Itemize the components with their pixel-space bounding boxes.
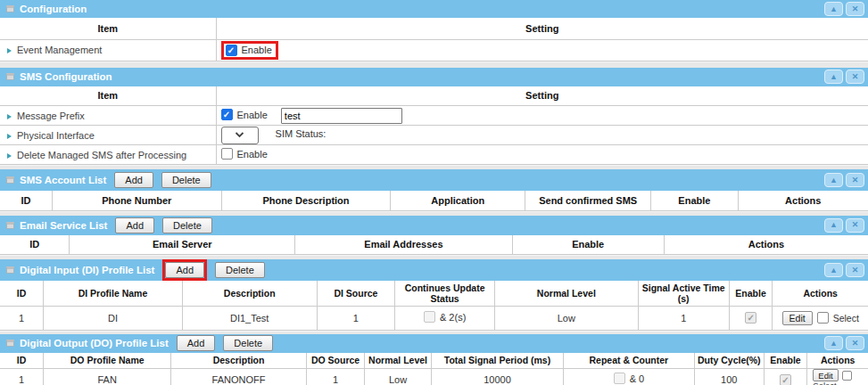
enable-label: Enable [237, 110, 268, 120]
di-profile-row: 1 DI DI1_Test 1 & 2(s) Low 1 Edit Select [0, 306, 868, 330]
sms-configuration-section-header: SMS Configuration ▲ ✕ [0, 68, 868, 86]
event-management-label: Event Management [17, 45, 102, 55]
do-actions-cell: Edit Select [807, 369, 868, 385]
select-checkbox[interactable] [842, 371, 852, 381]
section-title: SMS Configuration [20, 71, 112, 82]
column-header: Send confirmed SMS [525, 191, 651, 210]
close-icon[interactable]: ✕ [846, 70, 864, 84]
physical-interface-row: Physical Interface SIM Status: [0, 126, 868, 145]
di-enable-cell [729, 306, 773, 330]
add-button[interactable]: Add [177, 335, 216, 351]
delete-button[interactable]: Delete [223, 335, 273, 351]
item-arrow-icon [7, 153, 12, 159]
column-header: Continues Update Status [395, 281, 495, 306]
di-id-cell: 1 [0, 306, 44, 330]
delete-managed-sms-row: Delete Managed SMS after Processing Enab… [0, 145, 868, 165]
section-title: Digital Input (DI) Profile List [20, 265, 154, 275]
column-header: DI Profile Name [44, 281, 183, 306]
column-header: Signal Active Time (s) [638, 281, 729, 306]
do-id-cell: 1 [0, 369, 44, 385]
message-prefix-input[interactable] [281, 108, 402, 124]
di-signal-active-time-cell: 1 [638, 306, 729, 330]
highlight-box: Add [162, 259, 207, 281]
add-button[interactable]: Add [115, 217, 154, 233]
column-header: Normal Level [495, 281, 639, 306]
di-description-cell: DI1_Test [182, 306, 317, 330]
do-enable-cell [764, 369, 807, 385]
di-source-cell: 1 [317, 306, 395, 330]
section-title: SMS Account List [20, 175, 106, 185]
do-description-cell: FANONOFF [171, 369, 307, 385]
window-icon [6, 5, 14, 12]
event-management-row: Event Management Enable [0, 39, 868, 61]
column-header: Description [171, 353, 307, 369]
close-icon[interactable]: ✕ [846, 263, 864, 277]
event-management-enable-checkbox[interactable] [226, 45, 237, 56]
add-button[interactable]: Add [165, 262, 204, 278]
sms-account-list-section-header: SMS Account List Add Delete ▲ ✕ [0, 169, 868, 191]
highlight-box: Enable [221, 41, 278, 60]
column-header: Enable [512, 235, 664, 255]
delete-managed-sms-label: Delete Managed SMS after Processing [17, 150, 186, 160]
collapse-icon[interactable]: ▲ [824, 263, 843, 277]
column-header: Duty Cycle(%) [694, 353, 764, 369]
physical-interface-setting-cell: SIM Status: [216, 126, 868, 145]
close-icon[interactable]: ✕ [846, 336, 864, 350]
message-prefix-row: Message Prefix Enable [0, 106, 868, 126]
sim-status-label: SIM Status: [276, 128, 327, 139]
column-header: ID [0, 281, 44, 306]
email-service-list-table: ID Email Server Email Addresses Enable A… [0, 235, 868, 256]
section-gap [0, 61, 868, 68]
column-header: Actions [738, 191, 868, 210]
column-header: Enable [651, 191, 738, 210]
edit-button[interactable]: Edit [782, 311, 813, 325]
select-label: Select [813, 381, 836, 385]
physical-interface-select[interactable] [221, 127, 259, 144]
column-header: Application [391, 191, 525, 210]
delete-managed-sms-enable-checkbox[interactable] [221, 148, 233, 160]
column-header: ID [0, 353, 44, 369]
select-checkbox[interactable] [817, 312, 829, 324]
item-column-header: Item [0, 18, 216, 39]
delete-button[interactable]: Delete [215, 262, 265, 278]
collapse-icon[interactable]: ▲ [824, 173, 843, 187]
column-header: Repeat & Counter [563, 353, 694, 369]
delete-button[interactable]: Delete [162, 217, 212, 233]
delete-managed-sms-setting-cell: Enable [216, 145, 868, 165]
item-arrow-icon [7, 114, 12, 119]
di-enable-checkbox [745, 312, 756, 324]
do-profile-list-section-header: Digital Output (DO) Profile List Add Del… [0, 334, 868, 353]
di-profile-name-cell: DI [44, 306, 183, 330]
continues-update-value: & 2(s) [440, 312, 466, 323]
do-repeat-counter-cell: & 0 [563, 369, 694, 385]
item-column-header: Item [0, 86, 216, 106]
close-icon[interactable]: ✕ [846, 218, 864, 233]
message-prefix-enable-checkbox[interactable] [221, 109, 233, 120]
item-label-cell: Message Prefix [0, 106, 216, 126]
collapse-icon[interactable]: ▲ [824, 218, 843, 233]
di-profile-list-section-header: Digital Input (DI) Profile List Add Dele… [0, 259, 868, 281]
edit-button[interactable]: Edit [813, 369, 838, 381]
item-arrow-icon [7, 134, 12, 139]
close-icon[interactable]: ✕ [846, 2, 864, 16]
do-normal-level-cell: Low [365, 369, 432, 385]
collapse-icon[interactable]: ▲ [824, 336, 843, 350]
column-header: Email Server [70, 235, 295, 255]
add-button[interactable]: Add [114, 172, 153, 188]
item-label-cell: Physical Interface [0, 126, 216, 145]
event-handling-page: Configuration ▲ ✕ Item Setting Event Man… [0, 0, 868, 385]
setting-column-header: Setting [216, 18, 868, 39]
collapse-icon[interactable]: ▲ [824, 70, 843, 84]
close-icon[interactable]: ✕ [846, 173, 864, 187]
enable-label: Enable [242, 45, 272, 55]
window-icon [6, 340, 14, 347]
repeat-counter-checkbox [614, 373, 625, 384]
do-profile-row: 1 FAN FANONOFF 1 Low 10000 & 0 100 Edit [0, 369, 868, 385]
column-header: Phone Description [221, 191, 391, 210]
do-enable-checkbox [780, 374, 791, 385]
column-header: Actions [664, 235, 868, 255]
di-profile-list-table: ID DI Profile Name Description DI Source… [0, 281, 868, 331]
delete-button[interactable]: Delete [161, 172, 211, 188]
collapse-icon[interactable]: ▲ [824, 2, 843, 16]
sms-account-list-table: ID Phone Number Phone Description Applic… [0, 191, 868, 211]
